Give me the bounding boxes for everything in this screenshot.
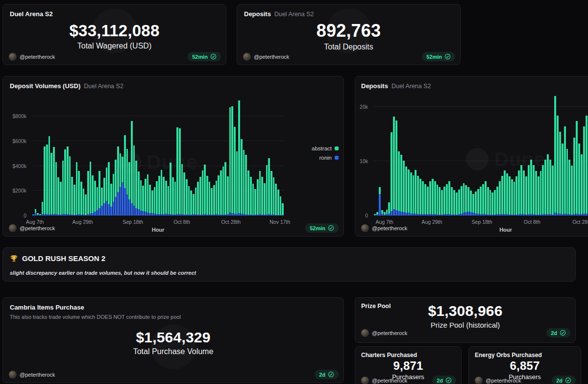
bar[interactable] [432,91,434,216]
bar[interactable] [393,91,395,216]
bar[interactable] [168,97,170,216]
bar[interactable] [504,91,506,216]
bar[interactable] [509,91,511,216]
bar[interactable] [158,97,160,216]
bar[interactable] [485,91,487,216]
bar[interactable] [408,91,410,216]
bar[interactable] [206,97,208,216]
bar[interactable] [236,97,238,216]
bar[interactable] [211,97,213,216]
bar[interactable] [188,97,190,216]
bar[interactable] [472,91,474,216]
bar[interactable] [44,97,46,216]
bar[interactable] [400,91,402,216]
bar[interactable] [388,91,390,216]
bar[interactable] [391,91,392,216]
bar[interactable] [101,97,103,216]
bar[interactable] [270,97,272,216]
bar[interactable] [386,91,388,216]
bar[interactable] [515,91,517,216]
bar[interactable] [535,91,537,216]
bar[interactable] [463,91,465,216]
bar[interactable] [131,97,133,216]
bar[interactable] [190,97,192,216]
bar[interactable] [199,97,201,216]
bar[interactable] [496,91,498,216]
bar[interactable] [147,97,149,216]
bar[interactable] [170,97,172,216]
bar[interactable] [55,97,57,216]
bar[interactable] [46,97,48,216]
author-link[interactable]: @petertherock [361,329,407,337]
bar[interactable] [441,91,443,216]
bar[interactable] [227,97,229,216]
bar[interactable] [224,97,226,216]
bar[interactable] [458,91,460,216]
author-link[interactable]: @petertherock [475,377,521,384]
bar[interactable] [62,97,64,216]
bar[interactable] [530,91,532,216]
author-link[interactable]: @petertherock [9,371,55,379]
bar[interactable] [140,97,142,216]
bar[interactable] [437,91,439,216]
bar[interactable] [562,91,564,216]
bar[interactable] [475,91,477,216]
bar[interactable] [110,97,112,216]
bar[interactable] [506,91,508,216]
bar[interactable] [482,91,484,216]
bar[interactable] [53,97,55,216]
bar[interactable] [209,97,211,216]
bar[interactable] [145,97,147,216]
bar[interactable] [417,91,419,216]
refresh-badge[interactable]: 52min [422,52,455,61]
bar[interactable] [427,91,429,216]
bar[interactable] [67,97,69,216]
bar[interactable] [179,97,181,216]
author-link[interactable]: @petertherock [9,53,55,61]
bar[interactable] [229,97,231,216]
bar[interactable] [403,91,405,216]
bar[interactable] [202,97,204,216]
bar[interactable] [161,97,163,216]
bar[interactable] [222,97,224,216]
bar[interactable] [60,97,62,216]
bar[interactable] [122,97,123,216]
bar[interactable] [490,91,491,216]
bar[interactable] [76,97,78,216]
bar[interactable] [398,91,400,216]
bar[interactable] [216,97,218,216]
bar[interactable] [220,97,222,216]
bar[interactable] [547,91,549,216]
bar[interactable] [429,91,431,216]
bar[interactable] [42,97,44,216]
bar[interactable] [453,91,455,216]
bar[interactable] [413,91,415,216]
bar[interactable] [477,91,479,216]
refresh-badge[interactable]: 2d [546,328,570,337]
legend-item-abstract[interactable]: abstract [312,145,339,151]
bar[interactable] [151,97,153,216]
bar[interactable] [183,97,185,216]
bar[interactable] [165,97,167,216]
bar[interactable] [446,91,448,216]
bar[interactable] [83,97,85,216]
bar[interactable] [231,97,233,216]
bar[interactable] [520,91,522,216]
bar[interactable] [465,91,467,216]
bar[interactable] [559,91,561,216]
refresh-badge[interactable]: 2d [432,376,456,384]
bar[interactable] [71,97,73,216]
bar[interactable] [540,91,542,216]
bar[interactable] [87,97,89,216]
bar[interactable] [573,91,575,216]
bar[interactable] [234,97,236,216]
bar[interactable] [57,97,59,216]
bar[interactable] [379,91,381,216]
bar[interactable] [480,91,482,216]
bar[interactable] [195,97,197,216]
bar[interactable] [538,91,539,216]
bar[interactable] [275,97,277,216]
bar[interactable] [80,97,82,216]
bar[interactable] [264,97,266,216]
bar[interactable] [186,97,188,216]
